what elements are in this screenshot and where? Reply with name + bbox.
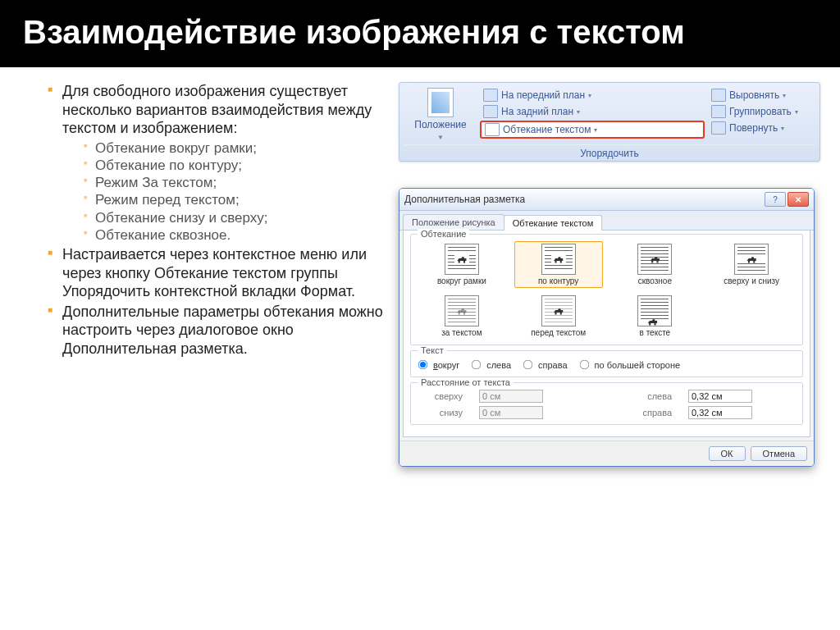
group-button[interactable]: Группировать▾ xyxy=(708,104,815,119)
dialog-title: Дополнительная разметка xyxy=(404,194,525,205)
send-back-icon xyxy=(483,105,498,118)
distance-top-input[interactable] xyxy=(479,390,543,403)
bring-to-front-button[interactable]: На передний план▾ xyxy=(480,88,705,103)
ribbon-arrange-group: Положение▼ На передний план▾ На задний п… xyxy=(399,82,820,162)
text-wrap-icon xyxy=(485,123,500,136)
advanced-layout-dialog: Дополнительная разметка ? ✕ Положение ри… xyxy=(399,188,815,467)
radio-left-only[interactable]: слева xyxy=(471,359,511,370)
send-to-back-button[interactable]: На задний план▾ xyxy=(480,104,705,119)
bullet-main-1: Для свободного изображения существует не… xyxy=(48,82,386,244)
radio-both-sides[interactable]: вокруг xyxy=(418,359,459,370)
label-left: слева xyxy=(627,391,672,401)
dialog-titlebar[interactable]: Дополнительная разметка ? ✕ xyxy=(399,189,814,211)
wrap-option-behind-text[interactable]: за текстом xyxy=(418,293,506,340)
ok-button[interactable]: ОК xyxy=(709,446,746,461)
label-top: сверху xyxy=(418,391,463,401)
sub-bullet: Обтекание сквозное. xyxy=(84,226,386,244)
help-button[interactable]: ? xyxy=(765,192,786,207)
slide-title-bar: Взаимодействие изображения с текстом xyxy=(0,0,840,67)
distance-bottom-input[interactable] xyxy=(479,406,543,419)
position-button[interactable]: Положение▼ xyxy=(404,88,477,142)
close-button[interactable]: ✕ xyxy=(788,192,809,207)
radio-largest-only[interactable]: по большей стороне xyxy=(579,359,681,370)
group-icon xyxy=(711,105,726,118)
distance-from-text-group: Расстояние от текста сверху слева снизу … xyxy=(410,382,803,425)
sub-bullet: Режим За текстом; xyxy=(84,174,386,191)
align-button[interactable]: Выровнять▾ xyxy=(708,88,815,103)
distance-left-input[interactable] xyxy=(688,390,752,403)
align-icon xyxy=(711,89,726,102)
rotate-button[interactable]: Повернуть▾ xyxy=(708,121,815,135)
ribbon-group-caption: Упорядочить xyxy=(404,144,815,159)
sub-bullet: Обтекание снизу и сверху; xyxy=(84,209,386,226)
wrap-text-group: Текст вокруг слева справа по большей сто… xyxy=(410,350,803,377)
wrap-option-top-bottom[interactable]: сверху и снизу xyxy=(707,241,796,288)
slide-text-column: Для свободного изображения существует не… xyxy=(33,82,386,467)
wrap-option-square[interactable]: вокруг рамки xyxy=(418,241,506,288)
bullet-main-3: Дополнительные параметры обтекания можно… xyxy=(48,303,386,358)
slide-title: Взаимодействие изображения с текстом xyxy=(23,13,817,51)
wrap-option-through[interactable]: сквозное xyxy=(611,241,700,288)
cancel-button[interactable]: Отмена xyxy=(751,446,807,461)
position-icon xyxy=(427,88,454,117)
label-right: справа xyxy=(627,408,672,418)
sub-bullet: Обтекание по контуру; xyxy=(84,157,386,174)
wrap-option-inline[interactable]: в тексте xyxy=(611,293,700,340)
sub-bullet: Режим перед текстом; xyxy=(84,191,386,208)
wrap-option-in-front[interactable]: перед текстом xyxy=(514,293,603,340)
bullet-main-2: Настраивается через контекстное меню или… xyxy=(48,245,386,301)
wrapping-style-group: Обтекание вокруг рамки по контуру скв xyxy=(410,234,803,345)
tab-picture-position[interactable]: Положение рисунка xyxy=(403,214,504,230)
rotate-icon xyxy=(711,121,726,135)
label-bottom: снизу xyxy=(418,408,463,418)
radio-right-only[interactable]: справа xyxy=(523,359,568,370)
sub-bullet: Обтекание вокруг рамки; xyxy=(84,139,386,157)
text-wrapping-button[interactable]: Обтекание текстом▾ xyxy=(480,121,705,139)
wrap-option-tight[interactable]: по контуру xyxy=(514,241,603,288)
tab-text-wrapping[interactable]: Обтекание текстом xyxy=(504,215,603,231)
distance-right-input[interactable] xyxy=(688,406,752,419)
bring-front-icon xyxy=(483,89,498,102)
